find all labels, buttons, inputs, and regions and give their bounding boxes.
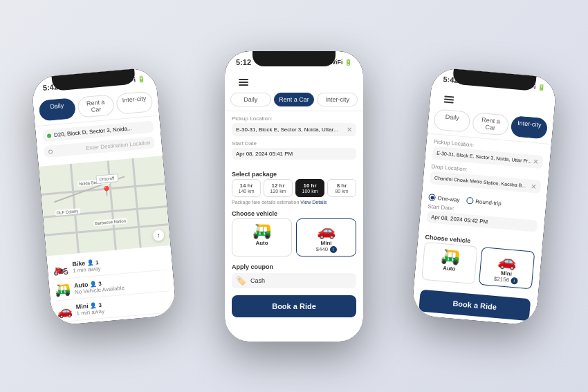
compass-icon: ↑	[153, 229, 165, 241]
ride-now-btn[interactable]: Ride Now	[117, 319, 173, 326]
tab-intercity-center[interactable]: Inter-city	[317, 93, 358, 106]
view-details-link[interactable]: View Details	[300, 200, 327, 205]
mini-name-center: Mini	[300, 240, 353, 246]
auto-name-center: Auto	[235, 240, 288, 246]
phone-center: 5:12 WiFi 🔋 Daily Rent a Car I	[225, 51, 363, 342]
scene: 5:42 ▲▼ WiFi 🔋 Daily Rent a Car Inter-ci…	[0, 0, 588, 392]
vehicle-card-mini-center[interactable]: 🚗 Mini $440 i	[296, 218, 356, 256]
schedule-ride-btn[interactable]: Schedule a Ride	[58, 324, 116, 326]
drop-value-left: Enter Destination Location	[86, 139, 151, 151]
book-ride-btn-right[interactable]: Book a Ride	[419, 289, 531, 321]
vehicle-label-center: Choose vehicle	[225, 207, 363, 218]
coupon-icon-center: 🏷️	[236, 276, 246, 286]
pkg-14hr[interactable]: 14 hr 140 km	[232, 179, 261, 197]
round-trip-label: Round-trip	[475, 198, 502, 206]
tab-bar-center: Daily Rent a Car Inter-city	[225, 88, 363, 111]
pkg-8hr[interactable]: 8 hr 80 km	[327, 179, 356, 197]
dot-empty-left	[48, 149, 53, 153]
auto-icon-left: 🛺	[55, 281, 71, 297]
phone-left: 5:42 ▲▼ WiFi 🔋 Daily Rent a Car Inter-ci…	[31, 66, 177, 325]
mini-price-center: $440 i	[300, 246, 353, 253]
fare-note-center: Package fare details estimation View Det…	[225, 200, 363, 207]
menu-icon-right[interactable]	[437, 89, 461, 106]
pickup-val-center: E-30-31, Block E, Sector 3, Noida, Uttar…	[236, 127, 347, 133]
coupon-label-center: Apply coupon	[232, 263, 356, 270]
mini-icon-left: 🚗	[56, 302, 73, 319]
book-ride-btn-center[interactable]: Book a Ride	[232, 295, 356, 317]
round-trip-radio[interactable]	[466, 196, 474, 204]
coupon-row-center[interactable]: 🏷️ Cash	[232, 273, 356, 288]
one-way-option[interactable]: One-way	[428, 194, 460, 203]
app-content-left: Daily Rent a Car Inter-city D20, Block D…	[33, 86, 176, 325]
tab-daily-right[interactable]: Daily	[433, 109, 470, 132]
auto-icon-right: 🛺	[426, 247, 474, 266]
dot-green-left	[47, 133, 52, 138]
start-label-center: Start Date	[232, 140, 356, 147]
vehicle-card-mini-right[interactable]: 🚗 Mini $2156 i	[479, 246, 535, 289]
one-way-radio[interactable]	[428, 194, 436, 201]
pickup-clear-right[interactable]: ✕	[533, 157, 539, 165]
info-icon-center[interactable]: i	[330, 246, 337, 253]
app-content-right: Daily Rent a Car Inter-city Pickup Locat…	[412, 86, 555, 325]
mini-icon-center: 🚗	[300, 223, 353, 239]
package-options-center: 14 hr 140 km 12 hr 120 km 10 hr 100 km 8…	[225, 179, 363, 200]
drop-clear-right[interactable]: ✕	[531, 182, 537, 190]
phone-right: 5:42 WiFi 🔋 Daily Rent a Car Inter-city	[412, 66, 558, 325]
form-center: Pickup Location: E-30-31, Block E, Secto…	[225, 111, 363, 168]
pickup-clear-center[interactable]: ✕	[347, 126, 352, 133]
app-content-center: Daily Rent a Car Inter-city Pickup Locat…	[225, 71, 363, 342]
package-label-center: Select package	[225, 168, 363, 179]
tab-daily-left[interactable]: Daily	[39, 97, 76, 121]
vehicle-card-auto-center[interactable]: 🛺 Auto	[232, 218, 292, 256]
tab-intercity-left[interactable]: Inter-city	[116, 91, 153, 114]
coupon-section-center: Apply coupon 🏷️ Cash	[225, 261, 363, 291]
menu-icon-center[interactable]	[232, 73, 255, 88]
form-right: Pickup Location: E-30-31, Block E, Secto…	[422, 133, 551, 202]
mini-icon-right: 🚗	[484, 252, 531, 271]
vehicle-card-auto-right[interactable]: 🛺 Auto	[421, 241, 478, 284]
time-center: 5:12	[236, 58, 251, 66]
map-area: Noida Sector 18 DLF Colony Barbecue Nati…	[39, 156, 171, 256]
start-val-center: Apr 08, 2024 05:41 PM	[236, 151, 293, 157]
notch-center	[252, 51, 336, 66]
tab-daily-center[interactable]: Daily	[230, 93, 271, 106]
tab-rentacar-left[interactable]: Rent a Car	[77, 94, 114, 118]
start-field-center[interactable]: Apr 08, 2024 05:41 PM	[232, 148, 356, 160]
info-icon-right[interactable]: i	[511, 277, 518, 284]
round-trip-option[interactable]: Round-trip	[466, 196, 502, 206]
bike-icon: 🏍️	[53, 259, 69, 276]
vehicle-list-left: 🏍️ Bike 👤 1 1 min away 🛺 Auto 👤 3 No Veh…	[46, 245, 176, 325]
pkg-10hr[interactable]: 10 hr 100 km	[295, 179, 324, 197]
vehicle-options-center: 🛺 Auto 🚗 Mini $440 i	[225, 218, 363, 261]
header-center	[225, 71, 363, 88]
pickup-label-center: Pickup Location:	[232, 115, 356, 122]
pkg-12hr[interactable]: 12 hr 120 km	[264, 179, 293, 197]
pickup-value-left: D20, Block D, Sector 3, Noida...	[54, 123, 149, 138]
tab-intercity-right[interactable]: Inter-city	[511, 115, 548, 139]
map-pin-drop: 📍	[100, 185, 113, 197]
tab-rentacar-right[interactable]: Rent a Car	[472, 112, 509, 136]
auto-icon-center: 🛺	[235, 223, 288, 239]
payment-center: Cash	[250, 277, 265, 284]
start-val-right: Apr 08, 2024 05:42 PM	[431, 214, 488, 225]
pickup-field-center[interactable]: E-30-31, Block E, Sector 3, Noida, Uttar…	[232, 123, 356, 136]
one-way-label: One-way	[437, 194, 460, 203]
tab-rentacar-center[interactable]: Rent a Car	[274, 93, 315, 106]
